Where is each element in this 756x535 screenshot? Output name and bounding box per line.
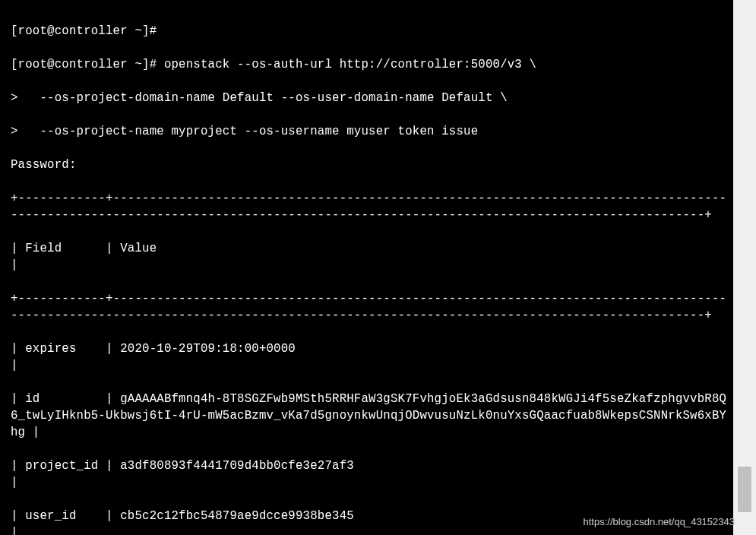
table-row-id: | id | gAAAAABfmnq4h-8T8SGZFwb9MSth5RRHF… — [11, 391, 729, 441]
command-line-3: > --os-project-name myproject --os-usern… — [11, 123, 729, 140]
table-row-user-id: | user_id | cb5c2c12fbc54879ae9dcce9938b… — [11, 508, 729, 535]
vertical-scrollbar[interactable] — [733, 0, 756, 535]
scrollbar-thumb[interactable] — [738, 467, 751, 512]
table-row-project-id: | project_id | a3df80893f4441709d4bb0cfe… — [11, 457, 729, 491]
command-line-2: > --os-project-domain-name Default --os-… — [11, 90, 729, 106]
prompt-line: [root@controller ~]# — [11, 23, 729, 40]
table-separator-mid: +------------+--------------------------… — [11, 290, 729, 324]
command-line-1: [root@controller ~]# openstack --os-auth… — [11, 56, 729, 73]
table-separator-top: +------------+--------------------------… — [11, 190, 729, 223]
table-header-row: | Field | Value — [11, 240, 729, 274]
password-prompt: Password: — [11, 157, 729, 173]
terminal-window[interactable]: [root@controller ~]# [root@controller ~]… — [0, 0, 733, 535]
table-row-expires: | expires | 2020-10-29T09:18:00+0000 — [11, 340, 729, 374]
